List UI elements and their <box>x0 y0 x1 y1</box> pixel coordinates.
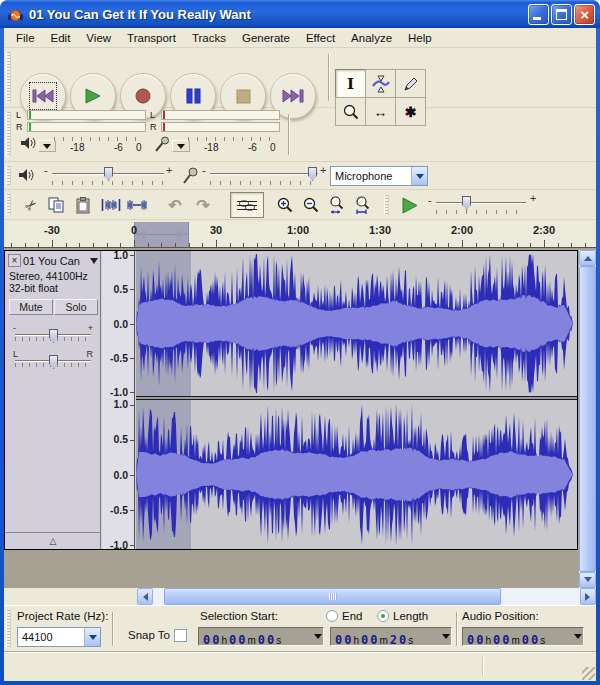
trim-outside-selection-button[interactable] <box>98 192 124 218</box>
cut-button[interactable]: ✂ <box>18 192 44 218</box>
timeline-tick <box>175 243 176 247</box>
length-radio[interactable] <box>377 610 389 622</box>
timeline-tick <box>558 243 559 247</box>
input-device-combo[interactable]: Microphone <box>330 166 428 186</box>
menu-generate[interactable]: Generate <box>234 30 298 46</box>
menu-effect[interactable]: Effect <box>298 30 343 46</box>
scroll-up-button[interactable] <box>579 250 596 266</box>
vertical-scroll-thumb[interactable] <box>579 266 596 572</box>
track-bitdepth-info: 32-bit float <box>9 282 58 294</box>
scroll-right-button[interactable] <box>580 588 596 605</box>
menu-bar: File Edit View Transport Tracks Generate… <box>4 28 596 48</box>
waveform-channel-1[interactable] <box>136 251 577 396</box>
menu-help[interactable]: Help <box>400 30 440 46</box>
timeline-tick <box>476 243 477 247</box>
zoom-out-button[interactable] <box>298 192 324 218</box>
vertical-ruler[interactable]: 1.00.50.0-0.5-1.0 1.00.50.0-0.5-1.0 <box>102 251 135 549</box>
title-bar[interactable]: 01 You Can Get It If You Really Want × <box>0 0 600 28</box>
fit-selection-icon <box>329 196 345 214</box>
field-dropdown-icon[interactable] <box>442 634 450 643</box>
envelope-tool-button[interactable] <box>365 69 396 98</box>
menu-transport[interactable]: Transport <box>119 30 184 46</box>
slider-thumb[interactable] <box>104 167 113 181</box>
redo-button[interactable]: ↷ <box>190 192 216 218</box>
timeline-ruler[interactable]: -300301:001:302:002:30 <box>4 222 596 248</box>
draw-tool-button[interactable] <box>395 69 426 98</box>
field-dropdown-icon[interactable] <box>314 634 322 643</box>
maximize-icon <box>556 9 567 20</box>
track-control-panel[interactable]: × 01 You Can Stereo, 44100Hz 32-bit floa… <box>5 251 101 549</box>
scroll-left-button[interactable] <box>137 588 153 605</box>
waveform-area[interactable] <box>136 251 577 549</box>
slider-thumb[interactable] <box>462 196 471 210</box>
menu-analyze[interactable]: Analyze <box>343 30 400 46</box>
combo-dropdown-button[interactable] <box>411 167 427 185</box>
play-at-speed-button[interactable] <box>396 192 422 218</box>
field-dropdown-icon[interactable] <box>574 634 582 643</box>
combo-dropdown-button[interactable] <box>84 628 100 646</box>
toolbar-grip[interactable] <box>384 195 389 214</box>
resize-grip[interactable] <box>582 667 595 680</box>
fit-project-button[interactable] <box>350 192 376 218</box>
track-area[interactable]: × 01 You Can Stereo, 44100Hz 32-bit floa… <box>4 248 596 588</box>
track-collapse-button[interactable]: △ <box>5 532 101 549</box>
meter-dropdown-button[interactable] <box>38 140 56 152</box>
input-volume-slider[interactable] <box>210 167 318 185</box>
snap-to-checkbox[interactable] <box>174 629 187 642</box>
playback-meter[interactable]: L R -18 -6 0 <box>14 110 148 160</box>
menu-edit[interactable]: Edit <box>43 30 79 46</box>
meter-dropdown-button[interactable] <box>172 140 190 152</box>
timeline-label: 2:00 <box>451 224 473 236</box>
minimize-button[interactable] <box>528 4 549 25</box>
meter-channel-label: R <box>16 122 23 132</box>
meter-scale-label: -18 <box>70 142 84 153</box>
menu-tracks[interactable]: Tracks <box>184 30 234 46</box>
scroll-down-button[interactable] <box>579 572 596 588</box>
slider-max-label: + <box>166 164 172 176</box>
output-volume-slider[interactable] <box>52 167 164 185</box>
sync-lock-tracks-button[interactable] <box>230 192 264 218</box>
copy-button[interactable] <box>44 192 70 218</box>
menu-file[interactable]: File <box>8 30 43 46</box>
waveform-channel-2[interactable] <box>136 400 577 549</box>
toolbar-grip[interactable] <box>6 166 11 185</box>
audio-position-field[interactable]: 00h00m00s <box>462 627 584 646</box>
zoom-in-button[interactable] <box>272 192 298 218</box>
toolbar-grip[interactable] <box>6 194 11 215</box>
silence-selection-button[interactable] <box>124 192 150 218</box>
close-button[interactable]: × <box>574 4 595 25</box>
selection-length-field[interactable]: 00h00m20s <box>330 627 452 646</box>
solo-button[interactable]: Solo <box>54 299 98 315</box>
vertical-scrollbar[interactable] <box>579 250 596 588</box>
playback-speed-slider[interactable] <box>436 196 526 214</box>
horizontal-scroll-thumb[interactable] <box>164 588 501 605</box>
toolbar-grip[interactable] <box>6 52 11 103</box>
maximize-button[interactable] <box>551 4 572 25</box>
toolbar-grip[interactable] <box>6 112 11 157</box>
cut-icon: ✂ <box>21 195 41 215</box>
track-title-menu[interactable]: 01 You Can <box>23 254 98 267</box>
recording-meter[interactable]: L R -18 -6 0 <box>148 110 282 160</box>
undo-button[interactable]: ↶ <box>162 192 188 218</box>
toolbar-grip[interactable] <box>6 610 11 648</box>
menu-view[interactable]: View <box>78 30 119 46</box>
waveform-rms <box>136 447 573 501</box>
pan-slider[interactable]: L R <box>13 351 93 371</box>
end-radio[interactable] <box>326 610 338 622</box>
project-rate-label: Project Rate (Hz): <box>17 610 108 622</box>
selection-tool-button[interactable]: I <box>335 69 366 98</box>
horizontal-scrollbar[interactable] <box>137 588 596 605</box>
track-close-button[interactable]: × <box>8 254 21 267</box>
mute-button[interactable]: Mute <box>9 299 53 315</box>
gain-min-label: - <box>13 323 16 333</box>
selection-start-field[interactable]: 00h00m00s <box>198 627 324 646</box>
gain-slider[interactable]: - + <box>13 325 93 345</box>
audio-track[interactable]: × 01 You Can Stereo, 44100Hz 32-bit floa… <box>4 250 578 550</box>
slider-thumb[interactable] <box>308 167 317 181</box>
vertical-ruler-tick <box>130 392 134 393</box>
project-rate-combo[interactable]: 44100 <box>17 627 101 647</box>
timeline-tick <box>38 243 39 247</box>
peak-indicator <box>29 123 31 131</box>
paste-button[interactable] <box>70 192 96 218</box>
fit-selection-button[interactable] <box>324 192 350 218</box>
